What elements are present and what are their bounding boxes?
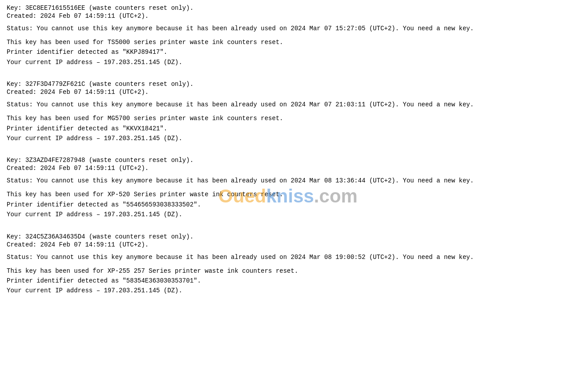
usage-line1-3: This key has been used for XP-520 Series… <box>7 190 569 199</box>
key-entry-4: Key: 324C5Z36A34635D4 (waste counters re… <box>7 233 569 296</box>
usage-line2-2: Printer identifier detected as "KKVX1842… <box>7 124 569 133</box>
usage-line3-4: Your current IP address – 197.203.251.14… <box>7 286 569 295</box>
key-line-1: Key: 3EC8EE71615516EE (waste counters re… <box>7 4 569 12</box>
status-line-3: Status: You cannot use this key anymore … <box>7 177 569 184</box>
status-line-1: Status: You cannot use this key anymore … <box>7 25 569 32</box>
created-line-1: Created: 2024 Feb 07 14:59:11 (UTC+2). <box>7 12 569 20</box>
key-line-4: Key: 324C5Z36A34635D4 (waste counters re… <box>7 233 569 240</box>
usage-line1-1: This key has been used for TS5000 series… <box>7 37 569 47</box>
usage-line3-3: Your current IP address – 197.203.251.14… <box>7 210 569 219</box>
key-entry-3: Key: 3Z3AZD4FE7287948 (waste counters re… <box>7 157 569 219</box>
created-line-4: Created: 2024 Feb 07 14:59:11 (UTC+2). <box>7 241 569 248</box>
content-area: Key: 3EC8EE71615516EE (waste counters re… <box>7 4 569 296</box>
usage-line1-4: This key has been used for XP-255 257 Se… <box>7 266 569 276</box>
status-line-2: Status: You cannot use this key anymore … <box>7 101 569 108</box>
usage-block-4: This key has been used for XP-255 257 Se… <box>7 266 569 296</box>
key-line-3: Key: 3Z3AZD4FE7287948 (waste counters re… <box>7 157 569 164</box>
key-line-2: Key: 327F3D4779ZF621C (waste counters re… <box>7 81 569 88</box>
usage-line3-1: Your current IP address – 197.203.251.14… <box>7 57 569 67</box>
usage-line2-1: Printer identifier detected as "KKPJ8941… <box>7 47 569 57</box>
usage-block-2: This key has been used for MG5700 series… <box>7 113 569 143</box>
usage-block-3: This key has been used for XP-520 Series… <box>7 190 569 219</box>
created-line-3: Created: 2024 Feb 07 14:59:11 (UTC+2). <box>7 165 569 172</box>
usage-block-1: This key has been used for TS5000 series… <box>7 37 569 67</box>
usage-line3-2: Your current IP address – 197.203.251.14… <box>7 133 569 143</box>
status-line-4: Status: You cannot use this key anymore … <box>7 254 569 261</box>
usage-line2-3: Printer identifier detected as "55465659… <box>7 200 569 210</box>
usage-line2-4: Printer identifier detected as "58354E36… <box>7 276 569 286</box>
key-entry-2: Key: 327F3D4779ZF621C (waste counters re… <box>7 81 569 143</box>
key-entry-1: Key: 3EC8EE71615516EE (waste counters re… <box>7 4 569 67</box>
created-line-2: Created: 2024 Feb 07 14:59:11 (UTC+2). <box>7 89 569 96</box>
usage-line1-2: This key has been used for MG5700 series… <box>7 113 569 123</box>
